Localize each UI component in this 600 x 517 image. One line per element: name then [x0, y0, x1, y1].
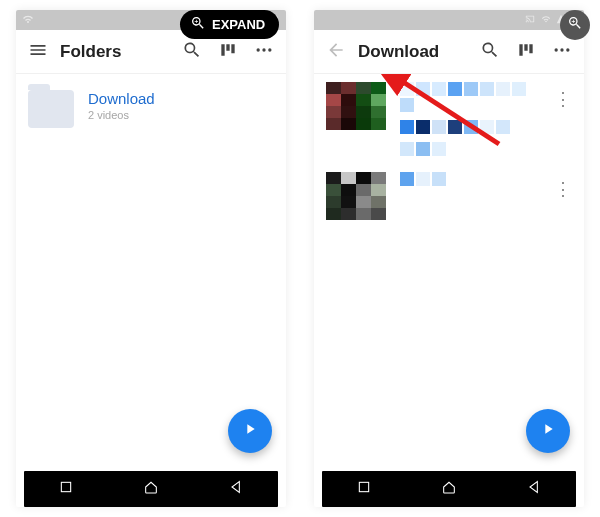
more-button[interactable]	[250, 38, 278, 66]
recent-apps-button[interactable]	[356, 479, 372, 499]
view-toggle-button[interactable]	[214, 38, 242, 66]
nav-back-icon	[228, 481, 244, 498]
svg-point-6	[566, 48, 569, 51]
view-icon	[218, 40, 238, 64]
video-item[interactable]: ⋮	[314, 74, 584, 164]
play-fab[interactable]	[228, 409, 272, 453]
more-icon	[254, 40, 274, 64]
content-area: Download 2 videos	[16, 74, 286, 471]
status-bar	[314, 10, 584, 30]
home-icon	[143, 481, 159, 498]
search-button[interactable]	[178, 38, 206, 66]
recent-apps-icon	[356, 481, 372, 498]
play-fab[interactable]	[526, 409, 570, 453]
expand-button[interactable]: EXPAND	[180, 10, 279, 39]
video-thumbnail	[326, 82, 386, 130]
content-area: ⋮ ⋮	[314, 74, 584, 471]
screenshot-download-list: Download	[314, 10, 584, 507]
search-icon	[480, 40, 500, 64]
search-icon	[182, 40, 202, 64]
nav-back-button[interactable]	[228, 479, 244, 499]
wifi-icon	[540, 14, 552, 26]
view-toggle-button[interactable]	[512, 38, 540, 66]
video-title-blur	[400, 172, 540, 186]
screenshot-folders: 0:14 Folders	[16, 10, 286, 507]
item-more-button[interactable]: ⋮	[554, 82, 572, 110]
nav-back-button[interactable]	[526, 479, 542, 499]
nav-back-icon	[526, 481, 542, 498]
svg-rect-3	[62, 482, 71, 491]
svg-point-0	[257, 48, 260, 51]
back-button[interactable]	[322, 38, 350, 66]
more-button[interactable]	[548, 38, 576, 66]
zoom-in-icon	[567, 15, 583, 35]
svg-point-4	[555, 48, 558, 51]
svg-point-2	[268, 48, 271, 51]
home-button[interactable]	[143, 479, 159, 499]
more-vert-icon: ⋮	[554, 89, 572, 109]
more-vert-icon: ⋮	[554, 179, 572, 199]
svg-rect-8	[360, 482, 369, 491]
play-icon	[540, 421, 556, 441]
zoom-in-icon	[190, 15, 206, 34]
more-icon	[552, 40, 572, 64]
svg-point-5	[560, 48, 563, 51]
menu-button[interactable]	[24, 38, 52, 66]
nav-bar	[322, 471, 576, 507]
hamburger-icon	[28, 40, 48, 64]
play-icon	[242, 421, 258, 441]
back-icon	[326, 40, 346, 64]
nav-bar	[24, 471, 278, 507]
recent-apps-button[interactable]	[58, 479, 74, 499]
zoom-button[interactable]	[560, 10, 590, 40]
video-thumbnail	[326, 172, 386, 220]
search-button[interactable]	[476, 38, 504, 66]
folder-item-download[interactable]: Download 2 videos	[16, 74, 286, 144]
item-more-button[interactable]: ⋮	[554, 172, 572, 200]
folder-meta: 2 videos	[88, 109, 155, 121]
broadcast-icon	[22, 13, 34, 27]
home-button[interactable]	[441, 479, 457, 499]
cast-icon	[524, 14, 536, 26]
folder-name: Download	[88, 90, 155, 107]
svg-point-1	[262, 48, 265, 51]
page-title: Folders	[60, 42, 121, 62]
video-title-blur	[400, 82, 540, 156]
video-item[interactable]: ⋮	[314, 164, 584, 228]
recent-apps-icon	[58, 481, 74, 498]
folder-icon	[28, 90, 74, 128]
expand-label: EXPAND	[212, 17, 265, 32]
view-icon	[516, 40, 536, 64]
top-bar: Download	[314, 30, 584, 74]
home-icon	[441, 481, 457, 498]
page-title: Download	[358, 42, 439, 62]
